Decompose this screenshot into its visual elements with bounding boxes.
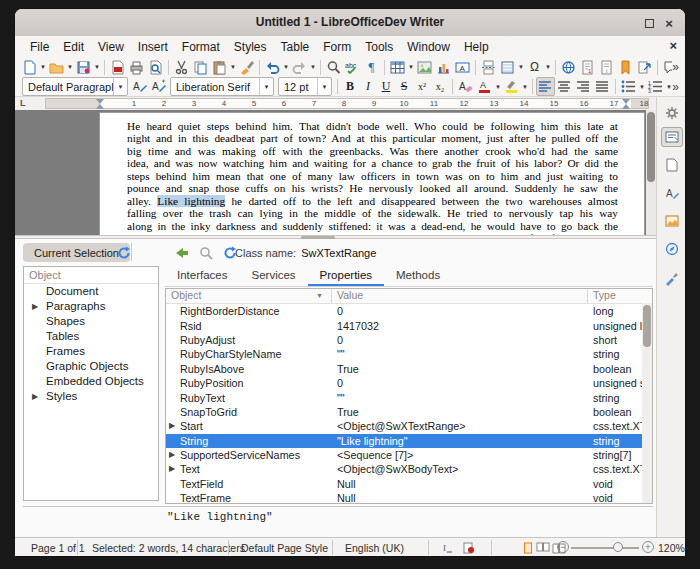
table-row-selected[interactable]: String"Like lightning"string [166,434,652,448]
tree-item-graphic-objects[interactable]: Graphic Objects [24,359,158,374]
open-dropdown[interactable]: ▼ [66,58,74,77]
tab-stop-selector[interactable]: L [20,98,26,108]
ruler-band[interactable]: 1 2 3 4 5 6 7 8 9 10 11 12 13 14 15 16 1… [45,98,649,109]
font-name-combo[interactable]: Liberation Serif▼ [170,77,274,96]
close-document-button[interactable]: × [669,38,677,53]
current-selection-button[interactable]: Current Selection [23,243,130,262]
menu-edit[interactable]: Edit [56,38,91,56]
zoom-slider-thumb[interactable] [613,542,623,552]
column-header-type[interactable]: Type [588,289,652,303]
bullet-list-icon[interactable] [619,77,638,96]
table-row[interactable]: RubyAdjust0short [166,333,652,347]
align-right-icon[interactable] [574,77,593,96]
paragraph-text[interactable]: He heard quiet steps behind him. That di… [127,120,618,235]
export-pdf-icon[interactable] [108,58,127,77]
menu-insert[interactable]: Insert [131,38,175,56]
table-row[interactable]: ▶Text<Object@SwXBodyText>css.text.XText [166,462,652,476]
highlight-color-icon[interactable] [502,77,521,96]
paragraph-style-dropdown[interactable]: ▼ [113,78,127,95]
sort-arrow-icon[interactable]: ▼ [316,292,323,299]
maximize-button[interactable] [641,15,657,31]
menu-help[interactable]: Help [457,38,496,56]
table-header[interactable]: Object▼ Value Type [166,289,652,304]
align-left-icon[interactable] [536,77,555,96]
insert-textbox-icon[interactable]: A [453,58,472,77]
bullet-list-dropdown[interactable]: ▼ [638,77,646,96]
table-scrollbar-thumb[interactable] [643,305,651,347]
inspect-icon[interactable] [197,244,214,261]
insert-mode-icon[interactable]: I [441,542,453,556]
tab-methods[interactable]: Methods [384,266,452,286]
menu-window[interactable]: Window [400,38,457,56]
table-row[interactable]: Rsid1417032unsigned long [166,318,652,332]
insert-image-icon[interactable] [415,58,434,77]
underline-button[interactable]: U [377,79,395,94]
clear-formatting-icon[interactable]: A [456,77,475,96]
toolbar-overflow-button[interactable]: » [672,60,679,74]
formatting-marks-icon[interactable]: ¶ [362,58,381,77]
close-button[interactable]: × [661,15,677,31]
undo-dropdown[interactable]: ▼ [282,58,290,77]
save-dropdown[interactable]: ▼ [93,58,101,77]
insert-chart-icon[interactable] [434,58,453,77]
align-center-icon[interactable] [555,77,574,96]
special-character-icon[interactable]: Ω [525,58,544,77]
formatting-toolbar-overflow-button[interactable]: » [672,80,679,94]
zoom-out-button[interactable]: − [557,541,569,553]
redo-dropdown[interactable]: ▼ [309,58,317,77]
table-row[interactable]: TextFrameNullvoid [166,491,652,504]
numbered-list-icon[interactable]: 1.2.3. [646,77,665,96]
open-icon[interactable] [47,58,66,77]
language-status[interactable]: English (UK) [345,542,404,554]
font-color-dropdown[interactable]: ▼ [494,77,502,96]
redo-icon[interactable] [290,58,309,77]
expand-icon[interactable]: ▶ [169,421,175,430]
paste-dropdown[interactable]: ▼ [229,58,237,77]
document-scrollbar-thumb[interactable] [647,112,655,182]
save-icon[interactable] [74,58,93,77]
insert-table-dropdown[interactable]: ▼ [407,58,415,77]
sidebar-settings-icon[interactable] [661,103,683,123]
page-break-icon[interactable] [479,58,498,77]
table-row[interactable]: RubyCharStyleName""string [166,347,652,361]
right-indent-marker-bottom[interactable] [622,104,630,109]
expand-icon[interactable]: ▶ [169,464,175,473]
font-size-dropdown[interactable]: ▼ [317,78,331,95]
insert-field-dropdown[interactable]: ▼ [517,58,525,77]
column-header-object[interactable]: Object▼ [166,289,332,303]
spelling-icon[interactable]: abc [343,58,362,77]
zoom-in-button[interactable]: + [642,541,654,553]
new-document-icon[interactable] [20,58,39,77]
table-row[interactable]: ▶Start<Object@SwXTextRange>css.text.XTex… [166,419,652,433]
style-inspector-deck-icon[interactable] [661,269,683,289]
tab-services[interactable]: Services [240,266,308,286]
selected-text[interactable]: Like lightning [157,195,225,207]
single-page-view-icon[interactable] [523,542,533,556]
italic-button[interactable]: I [359,79,377,94]
special-character-dropdown[interactable]: ▼ [544,58,552,77]
undo-icon[interactable] [263,58,282,77]
gallery-deck-icon[interactable] [661,211,683,231]
tab-interfaces[interactable]: Interfaces [165,266,240,286]
zoom-slider-track[interactable] [571,547,639,549]
menu-table[interactable]: Table [274,38,317,56]
tree-item-frames[interactable]: Frames [24,344,158,359]
page-deck-icon[interactable] [661,155,683,175]
table-row[interactable]: SnapToGridTrueboolean [166,405,652,419]
tree-item-tables[interactable]: Tables [24,329,158,344]
expand-icon[interactable]: ▶ [32,389,38,404]
superscript-button[interactable]: x² [413,81,431,92]
document-page[interactable]: He heard quiet steps behind him. That di… [99,112,645,235]
table-row[interactable]: TextFieldNullvoid [166,477,652,491]
paste-icon[interactable] [210,58,229,77]
properties-deck-icon[interactable] [661,127,683,147]
tree-item-document[interactable]: Document [24,284,158,299]
print-icon[interactable] [127,58,146,77]
cut-icon[interactable] [172,58,191,77]
font-color-icon[interactable]: A [475,77,494,96]
expand-icon[interactable]: ▶ [32,299,38,314]
hyperlink-icon[interactable] [559,58,578,77]
table-scrollbar[interactable] [642,303,652,503]
navigator-deck-icon[interactable] [661,239,683,259]
bold-button[interactable]: B [341,79,359,94]
